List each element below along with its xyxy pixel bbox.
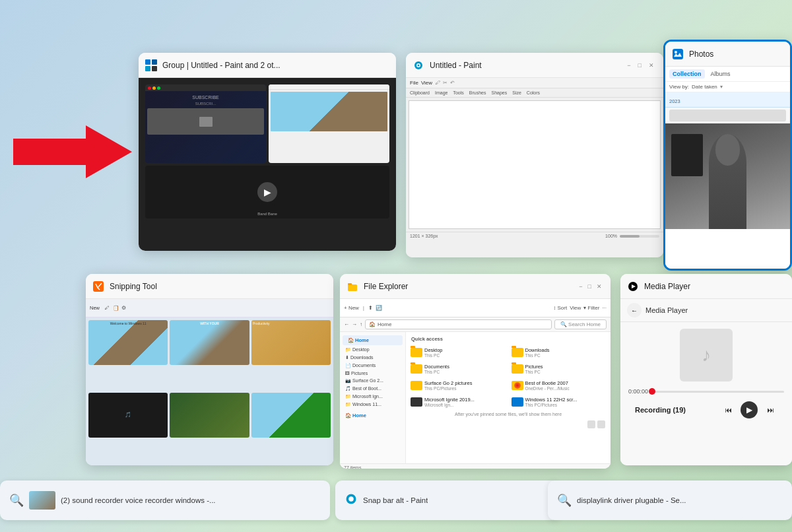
group-title: Group | Untitled - Paint and 2 ot...	[162, 61, 389, 70]
svg-rect-8	[673, 49, 683, 59]
group-icon	[145, 59, 157, 71]
photos-title: Photos	[689, 50, 783, 59]
mediaplayer-controls: ⏮ ▶ ⏭	[713, 400, 785, 420]
svg-point-7	[418, 64, 420, 66]
snipping-titlebar: Snipping Tool	[86, 274, 333, 299]
search-card-1-icon: 🔍	[9, 493, 24, 508]
photos-window-card[interactable]: Photos Collection Albums View by: Date t…	[663, 40, 792, 271]
explorer-item-documents[interactable]: Documents This PC	[409, 362, 508, 376]
red-arrow	[13, 125, 132, 178]
photos-tab-albums[interactable]: Albums	[708, 69, 734, 79]
explorer-toolbar: + New | ⬆ 🔃 ↕ Sort View ▾ Filter ···	[340, 299, 610, 317]
mediaplayer-album-art: ♪	[680, 329, 733, 382]
search-card-1[interactable]: 🔍 (2) sound recorder voice recorder wind…	[0, 481, 330, 520]
search-card-3[interactable]: 🔍 displaylink driver plugable - Se...	[548, 481, 792, 520]
explorer-sidebar-home2[interactable]: 🏠 Home	[340, 411, 405, 420]
explorer-sidebar-ignite[interactable]: 📁 Microsoft Ign...	[340, 393, 405, 401]
mediaplayer-progress[interactable]: 0:00:00	[628, 388, 784, 395]
svg-rect-11	[348, 284, 357, 291]
search-card-3-text: displaylink driver plugable - Se...	[577, 496, 686, 504]
explorer-item-surface[interactable]: Surface Go 2 pictures This PC/Pictures	[409, 378, 508, 393]
svg-rect-1	[145, 59, 150, 65]
explorer-breadcrumb: Home	[378, 321, 391, 327]
mediaplayer-next-btn[interactable]: ⏭	[762, 401, 779, 418]
explorer-item-pictures[interactable]: Pictures This PC	[510, 362, 609, 376]
explorer-sidebar-downloads[interactable]: ⬇ Downloads	[340, 354, 405, 362]
explorer-sidebar-surface[interactable]: 📷 Surface Go 2...	[340, 377, 405, 385]
snipping-window-card[interactable]: Snipping Tool New 🖊 📋 ⚙ Welcome to Windo…	[86, 274, 333, 465]
paint-titlebar: Untitled - Paint − □ ✕	[406, 53, 663, 78]
mediaplayer-icon	[627, 281, 639, 292]
explorer-window-card[interactable]: File Explorer − □ ✕ + New | ⬆ 🔃 ↕ Sort V…	[340, 274, 610, 469]
group-titlebar: Group | Untitled - Paint and 2 ot...	[139, 53, 396, 78]
group-thumbnails: SUBSCRIBE SUBSCRI... ▶ Band Bane	[141, 81, 393, 248]
search-card-2-text: Snap bar alt - Paint	[363, 496, 428, 504]
explorer-item-win11[interactable]: Windows 11 22H2 scr... This PC/Pictures	[510, 395, 609, 409]
explorer-item-downloads[interactable]: Downloads This PC	[510, 345, 609, 360]
svg-rect-4	[152, 66, 157, 71]
explorer-item-bootie[interactable]: Best of Bootie 2007 OneDrive - Per.../Mu…	[510, 378, 609, 393]
search-card-2[interactable]: Snap bar alt - Paint	[335, 481, 560, 520]
photos-titlebar: Photos	[665, 42, 790, 67]
mediaplayer-progress-track[interactable]	[652, 391, 784, 393]
explorer-sidebar-pictures[interactable]: 🖼 Pictures	[340, 370, 405, 377]
mediaplayer-prev-btn[interactable]: ⏮	[719, 401, 737, 418]
search-card-1-text: (2) sound recorder voice recorder window…	[61, 496, 216, 504]
paint-window-card[interactable]: Untitled - Paint − □ ✕ File View 🖊 ✂ ↶ C…	[406, 53, 663, 257]
paint-icon	[412, 59, 424, 71]
mediaplayer-back-bar: ← Media Player	[620, 299, 792, 322]
mediaplayer-music-icon: ♪	[702, 345, 711, 366]
snipping-icon	[92, 281, 104, 292]
explorer-sidebar-desktop[interactable]: 📁 Desktop	[340, 346, 405, 354]
mediaplayer-titlebar: Media Player	[620, 274, 792, 299]
svg-marker-0	[13, 125, 132, 178]
explorer-sidebar-bootie[interactable]: 🎵 Best of Boot...	[340, 385, 405, 393]
explorer-titlebar: File Explorer − □ ✕	[340, 274, 610, 299]
search-card-1-thumb	[29, 491, 55, 510]
explorer-sidebar-documents[interactable]: 📄 Documents	[340, 362, 405, 370]
mediaplayer-progress-dot	[649, 388, 655, 395]
mediaplayer-track-name: Recording (19)	[627, 403, 694, 416]
svg-point-16	[348, 496, 354, 502]
mediaplayer-back-label: Media Player	[645, 306, 688, 314]
mediaplayer-window-card[interactable]: Media Player ← Media Player ♪ 0:00:00 Re…	[620, 274, 792, 465]
search-card-3-icon: 🔍	[557, 493, 572, 508]
photos-icon	[672, 48, 684, 60]
mediaplayer-back-btn[interactable]: ←	[627, 303, 642, 317]
svg-rect-12	[348, 283, 352, 285]
paint-title: Untitled - Paint	[430, 61, 619, 70]
explorer-sidebar-home[interactable]: 🏠 Home	[343, 335, 403, 345]
explorer-sidebar-win11[interactable]: 📁 Windows 11...	[340, 401, 405, 409]
svg-point-9	[675, 51, 677, 53]
snipping-toolbar: New 🖊 📋 ⚙	[86, 299, 333, 317]
photos-tab-collection[interactable]: Collection	[669, 69, 705, 79]
search-card-2-icon	[345, 492, 358, 509]
snipping-title: Snipping Tool	[110, 282, 327, 291]
photos-image-area	[665, 123, 790, 229]
explorer-item-desktop[interactable]: Desktop This PC	[409, 345, 508, 360]
photos-viewby: Date taken	[692, 84, 717, 90]
mediaplayer-play-btn[interactable]: ▶	[741, 401, 758, 418]
explorer-title: File Explorer	[364, 282, 572, 291]
explorer-icon	[346, 281, 358, 292]
mediaplayer-time: 0:00:00	[628, 388, 648, 395]
mediaplayer-title: Media Player	[644, 282, 785, 291]
group-window-card[interactable]: Group | Untitled - Paint and 2 ot... SUB…	[139, 53, 396, 251]
explorer-status: 77 items	[340, 463, 610, 469]
svg-rect-2	[152, 59, 157, 65]
explorer-item-ignite[interactable]: Microsoft Ignite 2019... \Microsoft Ign.…	[409, 395, 508, 409]
svg-rect-3	[145, 66, 150, 71]
photos-topbar: Collection Albums	[665, 67, 790, 82]
